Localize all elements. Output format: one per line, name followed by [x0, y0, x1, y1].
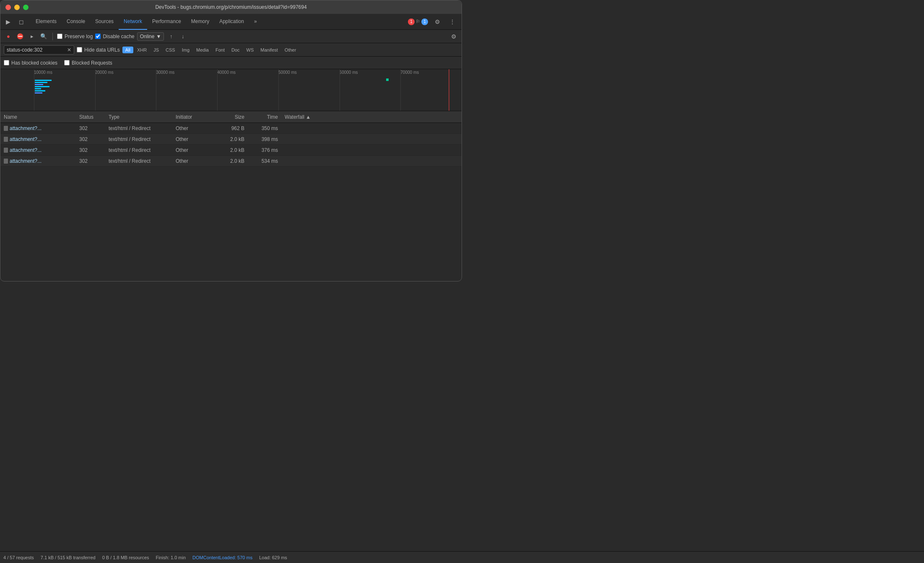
upload-icon[interactable]: ↑ [166, 32, 176, 41]
cell-initiator: Other [172, 158, 214, 164]
preserve-log-checkbox[interactable] [57, 34, 62, 39]
svg-rect-6 [35, 92, 42, 94]
filter-tab-xhr[interactable]: XHR [134, 47, 150, 53]
clear-filter-icon[interactable]: ✕ [67, 47, 71, 53]
th-time[interactable]: Time [248, 114, 281, 120]
cell-type: text/html / Redirect [105, 147, 172, 153]
minimize-button[interactable] [14, 5, 20, 10]
record-button[interactable]: ● [4, 32, 13, 41]
cell-name: attachment?... [0, 147, 76, 153]
file-icon [4, 148, 8, 153]
table-row[interactable]: attachment?... 302 text/html / Redirect … [0, 134, 462, 145]
cell-type: text/html / Redirect [105, 136, 172, 142]
th-type[interactable]: Type [105, 114, 172, 120]
th-waterfall[interactable]: Waterfall ▲ [281, 114, 462, 120]
tab-console[interactable]: Console [62, 14, 90, 30]
filter-tab-all[interactable]: All [122, 47, 133, 53]
filter-tab-css[interactable]: CSS [163, 47, 178, 53]
file-icon [4, 126, 8, 131]
table-header: Name Status Type Initiator Size Time Wat… [0, 111, 462, 123]
throttle-select[interactable]: Online ▼ [137, 32, 164, 41]
filter-tab-ws[interactable]: WS [244, 47, 257, 53]
cell-status: 302 [76, 147, 105, 153]
window-title: DevTools - bugs.chromium.org/p/chromium/… [155, 4, 306, 10]
settings-icon[interactable]: ⚙ [431, 16, 443, 28]
th-initiator[interactable]: Initiator [172, 114, 214, 120]
blocked-requests-label[interactable]: Blocked Requests [64, 60, 112, 66]
tab-application[interactable]: Application [214, 14, 249, 30]
maximize-button[interactable] [23, 5, 29, 10]
cell-time: 534 ms [248, 158, 281, 164]
disable-cache-checkbox[interactable] [95, 34, 101, 39]
filter-tab-manifest[interactable]: Manifest [257, 47, 281, 53]
traffic-lights [5, 5, 29, 10]
filter-tab-font[interactable]: Font [213, 47, 228, 53]
cell-type: text/html / Redirect [105, 125, 172, 131]
network-toolbar: ● ⛔ ▸ 🔍 Preserve log Disable cache Onlin… [0, 30, 462, 43]
network-settings-icon[interactable]: ⚙ [449, 32, 458, 41]
title-bar: DevTools - bugs.chromium.org/p/chromium/… [0, 0, 462, 14]
cursor-icon[interactable]: ▶ [2, 16, 14, 28]
svg-rect-0 [35, 80, 52, 81]
warning-icon: ⚐ [416, 19, 420, 24]
blocked-cookies-label[interactable]: Has blocked cookies [4, 60, 57, 66]
table-body: attachment?... 302 text/html / Redirect … [0, 123, 462, 167]
th-name[interactable]: Name [0, 114, 76, 120]
cell-time: 376 ms [248, 147, 281, 153]
tab-memory[interactable]: Memory [186, 14, 214, 30]
tab-network[interactable]: Network [119, 14, 147, 30]
filter-icon[interactable]: ▸ [27, 32, 36, 41]
hide-data-urls-checkbox[interactable] [77, 47, 82, 52]
clear-button[interactable]: ⛔ [16, 32, 25, 41]
filter-tab-js[interactable]: JS [151, 47, 162, 53]
close-button[interactable] [5, 5, 11, 10]
download-icon[interactable]: ↓ [178, 32, 187, 41]
filter-tab-media[interactable]: Media [193, 47, 212, 53]
filter-tab-doc[interactable]: Doc [228, 47, 243, 53]
th-size[interactable]: Size [214, 114, 248, 120]
search-icon[interactable]: 🔍 [39, 32, 48, 41]
hide-data-urls-label[interactable]: Hide data URLs [77, 47, 120, 53]
cell-size: 2.0 kB [214, 158, 248, 164]
tab-performance[interactable]: Performance [147, 14, 186, 30]
filter-bar: ✕ Hide data URLs All XHR JS CSS Img Medi… [0, 43, 462, 57]
tab-more[interactable]: » [249, 14, 262, 30]
tab-sources[interactable]: Sources [90, 14, 119, 30]
blocked-requests-checkbox[interactable] [64, 60, 70, 65]
filter-tab-other[interactable]: Other [282, 47, 299, 53]
error-count: 1 [408, 18, 415, 25]
tabs-right: 1 ⚐ 1 ⚙ ⋮ [408, 16, 462, 28]
cell-status: 302 [76, 136, 105, 142]
cell-size: 2.0 kB [214, 147, 248, 153]
cell-time: 398 ms [248, 136, 281, 142]
tab-icon-group: ▶ ◻ [2, 16, 27, 28]
chevron-down-icon: ▼ [156, 34, 161, 39]
filter-input[interactable] [7, 47, 65, 53]
cell-name: attachment?... [0, 136, 76, 142]
svg-rect-4 [35, 88, 41, 89]
cell-size: 962 B [214, 125, 248, 131]
cell-status: 302 [76, 125, 105, 131]
cell-initiator: Other [172, 136, 214, 142]
tab-elements[interactable]: Elements [31, 14, 62, 30]
svg-rect-5 [35, 90, 45, 91]
blocked-cookies-checkbox[interactable] [4, 60, 9, 65]
waterfall-timeline: 10000 ms 20000 ms 30000 ms 40000 ms 5000… [0, 69, 462, 111]
warning-count: 1 [421, 18, 428, 25]
cell-size: 2.0 kB [214, 136, 248, 142]
svg-rect-1 [35, 82, 47, 83]
preserve-log-label[interactable]: Preserve log [57, 34, 93, 39]
disable-cache-label[interactable]: Disable cache [95, 34, 134, 39]
checkboxes-bar: Has blocked cookies Blocked Requests [0, 57, 462, 69]
timeline-svg [0, 69, 462, 111]
device-icon[interactable]: ◻ [16, 16, 27, 28]
table-row[interactable]: attachment?... 302 text/html / Redirect … [0, 123, 462, 134]
cell-name: attachment?... [0, 125, 76, 131]
filter-tab-img[interactable]: Img [179, 47, 192, 53]
table-row[interactable]: attachment?... 302 text/html / Redirect … [0, 156, 462, 167]
cell-type: text/html / Redirect [105, 158, 172, 164]
table-row[interactable]: attachment?... 302 text/html / Redirect … [0, 145, 462, 156]
more-menu-icon[interactable]: ⋮ [446, 16, 458, 28]
file-icon [4, 159, 8, 164]
th-status[interactable]: Status [76, 114, 105, 120]
